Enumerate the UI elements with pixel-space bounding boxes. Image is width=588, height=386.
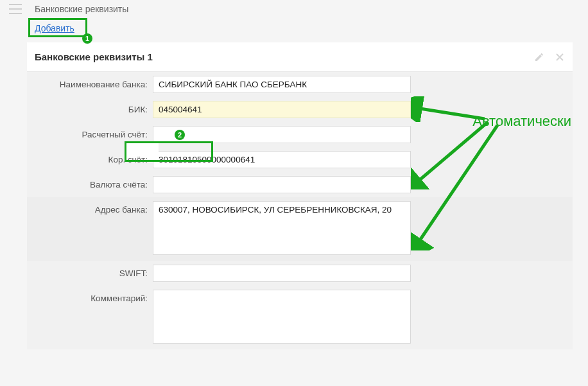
pencil-icon[interactable] [534,52,544,62]
label-address: Адрес банка: [27,201,153,215]
currency-input[interactable] [153,176,411,193]
label-currency: Валюта счёта: [27,176,153,189]
swift-input[interactable] [153,265,411,282]
page-title: Банковские реквизиты [35,4,128,14]
panel-caption: Банковские реквизиты 1 [35,51,153,62]
menu-icon[interactable] [9,4,22,14]
bank-address-input[interactable] [153,201,411,255]
close-icon[interactable] [555,52,565,62]
comment-input[interactable] [153,290,411,344]
account-input[interactable] [153,126,411,143]
bic-input[interactable] [153,101,411,118]
label-comment: Комментарий: [27,290,153,303]
label-acct: Расчетный счёт: [27,126,153,139]
annotation-badge-2: 2 [175,130,185,140]
annotation-auto-label: Автоматически [472,113,571,130]
label-bic: БИК: [27,101,153,114]
label-bank-name: Наименование банка: [27,76,153,89]
annotation-badge-1: 1 [82,33,92,44]
annotation-frame-1 [28,18,87,37]
bank-details-panel: Банковские реквизиты 1 Наименование банк… [27,42,573,349]
bank-name-input[interactable] [153,76,411,93]
label-swift: SWIFT: [27,265,153,278]
annotation-frame-2 [125,141,213,162]
